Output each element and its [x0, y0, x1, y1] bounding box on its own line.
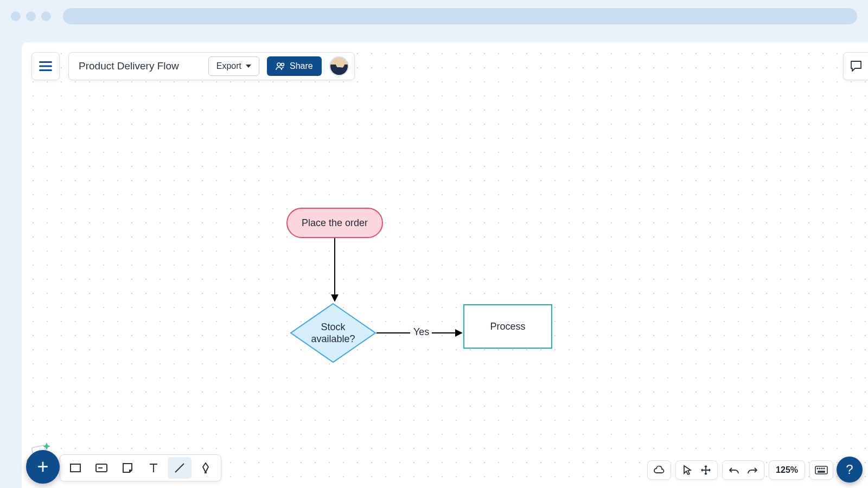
node-label: Stock available?	[311, 321, 355, 345]
cloud-sync-button[interactable]	[652, 463, 666, 477]
undo-icon	[729, 466, 739, 474]
node-terminator-start[interactable]: Place the order	[286, 208, 383, 238]
line-icon	[173, 461, 186, 474]
edge-label-yes[interactable]: Yes	[411, 326, 431, 338]
svg-rect-22	[818, 471, 825, 472]
sticky-note-icon	[122, 462, 133, 474]
undo-button[interactable]	[727, 463, 741, 477]
sync-status	[647, 460, 671, 480]
tool-card[interactable]	[90, 457, 113, 479]
comment-icon	[849, 59, 863, 73]
window-dot	[41, 11, 51, 21]
user-avatar[interactable]	[329, 56, 349, 76]
select-cursor-button[interactable]	[680, 463, 694, 477]
svg-rect-1	[39, 66, 52, 67]
svg-point-19	[819, 468, 820, 469]
zoom-group: 125%	[769, 460, 805, 480]
node-label: Place the order	[302, 217, 368, 229]
window-dot	[26, 11, 36, 21]
zoom-level[interactable]: 125%	[774, 465, 800, 475]
url-bar[interactable]	[63, 8, 857, 24]
card-icon	[95, 463, 108, 473]
document-header: Product Delivery Flow Export Share	[68, 52, 355, 80]
keyboard-icon	[815, 466, 828, 474]
comments-button[interactable]	[843, 52, 868, 80]
window-dots	[11, 11, 51, 21]
document-title[interactable]: Product Delivery Flow	[79, 60, 201, 72]
text-icon	[148, 462, 159, 474]
shape-toolbar	[60, 454, 221, 481]
pan-cursor-button[interactable]	[699, 463, 713, 477]
node-label: Process	[490, 321, 525, 332]
tool-text[interactable]	[142, 457, 165, 479]
export-label: Export	[216, 61, 241, 71]
connectors	[22, 42, 868, 488]
question-icon: ?	[846, 462, 853, 477]
svg-point-3	[277, 63, 280, 66]
help-button[interactable]: ?	[837, 457, 863, 483]
svg-rect-2	[39, 69, 52, 71]
svg-rect-0	[39, 61, 52, 63]
chevron-down-icon	[246, 65, 251, 68]
rectangle-icon	[69, 462, 81, 474]
view-toolbar: 125%	[647, 459, 833, 481]
export-button[interactable]: Export	[208, 56, 259, 76]
cloud-icon	[653, 466, 665, 474]
pen-icon	[200, 461, 212, 474]
tool-line[interactable]	[168, 457, 192, 479]
svg-point-18	[817, 468, 818, 469]
people-icon	[276, 62, 285, 70]
cursor-icon	[682, 465, 692, 476]
svg-line-15	[175, 464, 184, 472]
tool-freehand[interactable]	[194, 457, 218, 479]
share-button[interactable]: Share	[267, 56, 322, 76]
plus-icon: +	[37, 455, 48, 478]
browser-chrome	[0, 0, 868, 33]
history-group	[722, 460, 764, 480]
svg-point-21	[824, 468, 825, 469]
node-process[interactable]: Process	[463, 304, 552, 349]
svg-point-20	[821, 468, 822, 469]
add-shape-fab[interactable]: +	[26, 450, 60, 484]
canvas-app: Product Delivery Flow Export Share	[22, 42, 868, 488]
move-icon	[700, 465, 711, 476]
svg-point-4	[282, 63, 284, 66]
main-menu-button[interactable]	[31, 52, 60, 80]
share-label: Share	[290, 61, 313, 71]
tool-sticky-note[interactable]	[116, 457, 139, 479]
redo-button[interactable]	[745, 463, 760, 477]
svg-rect-17	[815, 466, 827, 474]
hamburger-icon	[39, 61, 52, 71]
node-decision-stock[interactable]: Stock available?	[290, 303, 376, 363]
keyboard-shortcuts-button[interactable]	[809, 460, 833, 480]
window-dot	[11, 11, 21, 21]
redo-icon	[747, 466, 758, 474]
svg-rect-12	[71, 464, 80, 472]
cursor-mode-group	[675, 460, 718, 480]
tool-rectangle[interactable]	[63, 457, 87, 479]
